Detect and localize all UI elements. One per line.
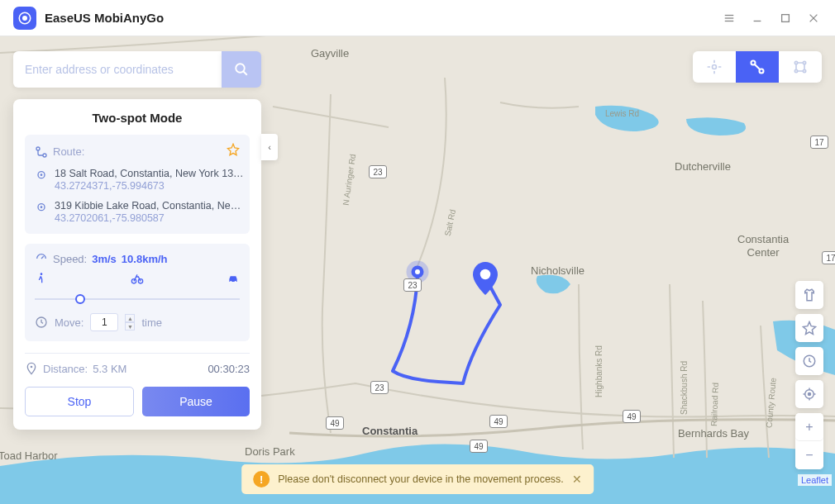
map-attribution[interactable]: Leaflet <box>798 474 832 486</box>
toast-close[interactable]: ✕ <box>572 473 582 486</box>
clothing-icon[interactable] <box>795 281 823 309</box>
stepper-up[interactable]: ▲ <box>125 314 135 322</box>
car-icon[interactable] <box>227 272 240 288</box>
pause-button[interactable]: Pause <box>142 387 250 416</box>
route-coords: 43.2702061,-75.980587 <box>55 212 245 224</box>
speed-kmh: 10.8km/h <box>122 253 168 265</box>
distance-icon <box>25 362 38 375</box>
route-panel: Two-spot Mode Route: 18 Salt Road, Const… <box>13 99 261 430</box>
search-input[interactable] <box>13 51 222 88</box>
warning-icon: ! <box>253 471 270 487</box>
svg-point-38 <box>794 69 797 72</box>
bike-icon[interactable] <box>131 272 144 288</box>
svg-point-18 <box>41 174 43 176</box>
route-label: Route: <box>53 145 84 158</box>
svg-point-25 <box>230 281 231 283</box>
title-bar: EaseUS MobiAnyGo <box>0 0 835 36</box>
move-label: Move: <box>55 316 84 329</box>
panel-collapse-toggle[interactable]: ‹ <box>261 134 278 160</box>
favorite-icon[interactable] <box>227 143 240 159</box>
route-icon <box>35 145 48 159</box>
svg-point-12 <box>480 269 491 280</box>
svg-line-14 <box>243 71 247 75</box>
svg-point-39 <box>803 69 805 72</box>
speed-slider[interactable] <box>35 293 240 305</box>
svg-point-29 <box>713 65 717 69</box>
zoom-in-button[interactable]: + <box>795 413 823 441</box>
app-logo <box>13 7 36 30</box>
warning-toast: ! Please don't disconnect your device in… <box>241 464 594 494</box>
svg-point-28 <box>31 366 33 368</box>
mode-two-spot[interactable] <box>736 51 779 83</box>
route-box: Route: 18 Salt Road, Constantia, New Yor… <box>25 135 250 234</box>
speedometer-icon <box>35 252 48 265</box>
svg-point-22 <box>41 273 43 275</box>
svg-point-16 <box>43 154 46 157</box>
svg-point-26 <box>235 281 236 283</box>
route-address: 319 Kibbie Lake Road, Constantia, New Y… <box>55 200 245 212</box>
svg-point-20 <box>41 206 43 208</box>
svg-rect-6 <box>782 14 790 21</box>
svg-point-36 <box>794 61 797 64</box>
distance-label: Distance: <box>43 363 88 375</box>
route-point-end: 319 Kibbie Lake Road, Constantia, New Y…… <box>35 200 240 224</box>
minimize-button[interactable] <box>749 10 766 26</box>
route-point-start: 18 Salt Road, Constantia, New York 1304…… <box>35 168 240 192</box>
svg-point-11 <box>415 269 420 274</box>
move-count-input[interactable] <box>90 313 118 331</box>
speed-box: Speed: 3m/s 10.8km/h Move: ▲ ▼ <box>25 244 250 341</box>
duration-value: 00:30:23 <box>208 363 250 375</box>
mode-bar <box>693 51 822 83</box>
current-location-marker <box>405 259 430 284</box>
svg-point-0 <box>22 16 27 21</box>
search-button[interactable] <box>222 51 261 88</box>
locate-icon[interactable] <box>795 380 823 408</box>
speed-ms: 3m/s <box>92 253 117 265</box>
svg-point-15 <box>36 147 40 150</box>
toast-message: Please don't disconnect your device in t… <box>278 473 564 485</box>
zoom-out-button[interactable]: − <box>795 441 823 469</box>
move-suffix: time <box>141 316 162 329</box>
star-icon[interactable] <box>795 314 823 342</box>
mode-multi-spot[interactable] <box>779 51 822 83</box>
panel-title: Two-spot Mode <box>25 111 250 125</box>
walk-icon[interactable] <box>35 272 48 288</box>
menu-icon[interactable] <box>721 10 737 26</box>
repeat-icon <box>35 316 48 329</box>
svg-point-42 <box>809 393 811 396</box>
svg-point-13 <box>236 64 245 73</box>
close-button[interactable] <box>805 10 822 26</box>
route-coords: 43.2724371,-75.994673 <box>55 180 245 192</box>
history-icon[interactable] <box>795 347 823 375</box>
distance-value: 5.3 KM <box>93 363 126 375</box>
route-address: 18 Salt Road, Constantia, New York 1304… <box>55 168 245 179</box>
maximize-button[interactable] <box>777 10 794 26</box>
mode-teleport[interactable] <box>693 51 736 83</box>
stop-button[interactable]: Stop <box>25 387 134 416</box>
app-title: EaseUS MobiAnyGo <box>45 11 164 25</box>
svg-point-37 <box>803 61 805 64</box>
destination-marker <box>473 262 498 287</box>
svg-line-21 <box>41 256 44 259</box>
speed-label: Speed: <box>53 253 87 265</box>
stepper-down[interactable]: ▼ <box>125 322 135 330</box>
